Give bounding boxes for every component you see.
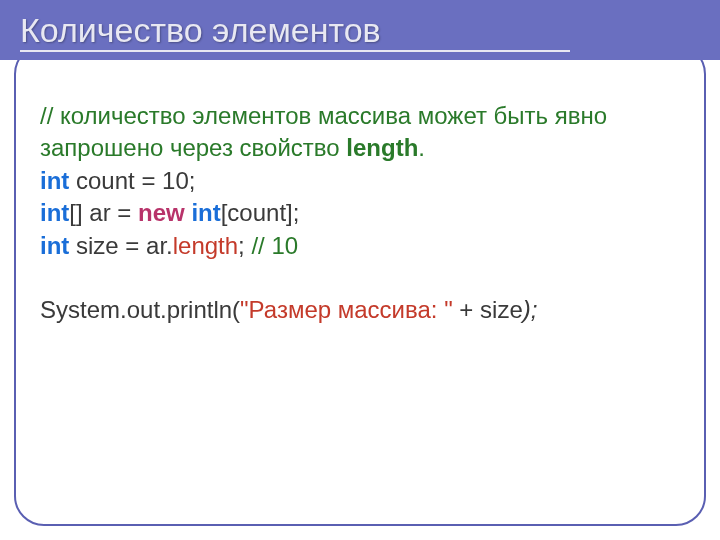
comment-keyword: length: [346, 134, 418, 161]
string-literal: "Размер массива: ": [240, 296, 453, 323]
code-text: size = ar.: [69, 232, 172, 259]
kw-int: int: [40, 199, 69, 226]
code-text: + size: [453, 296, 523, 323]
comment-end: .: [418, 134, 425, 161]
code-comment: // количество элементов массива может бы…: [40, 100, 680, 165]
code-text-italic: );: [523, 296, 538, 323]
title-underline: [20, 50, 570, 52]
kw-int: int: [40, 232, 69, 259]
title-bar: Количество элементов: [0, 0, 720, 60]
kw-int: int: [191, 199, 220, 226]
code-line-4: System.out.println("Размер массива: " + …: [40, 294, 680, 326]
blank-line: [40, 262, 680, 294]
property-length: length: [173, 232, 238, 259]
code-line-1: int count = 10;: [40, 165, 680, 197]
kw-int: int: [40, 167, 69, 194]
code-line-3: int size = ar.length; // 10: [40, 230, 680, 262]
code-text: System.out.println(: [40, 296, 240, 323]
comment-text: // количество элементов массива может бы…: [40, 102, 607, 161]
code-text: count = 10;: [69, 167, 195, 194]
kw-new: new: [138, 199, 191, 226]
slide-content: // количество элементов массива может бы…: [40, 100, 680, 326]
code-text: [count];: [221, 199, 300, 226]
code-text: [] ar =: [69, 199, 138, 226]
code-text: ;: [238, 232, 251, 259]
code-line-2: int[] ar = new int[count];: [40, 197, 680, 229]
slide-title: Количество элементов: [20, 11, 381, 50]
inline-comment: // 10: [251, 232, 298, 259]
